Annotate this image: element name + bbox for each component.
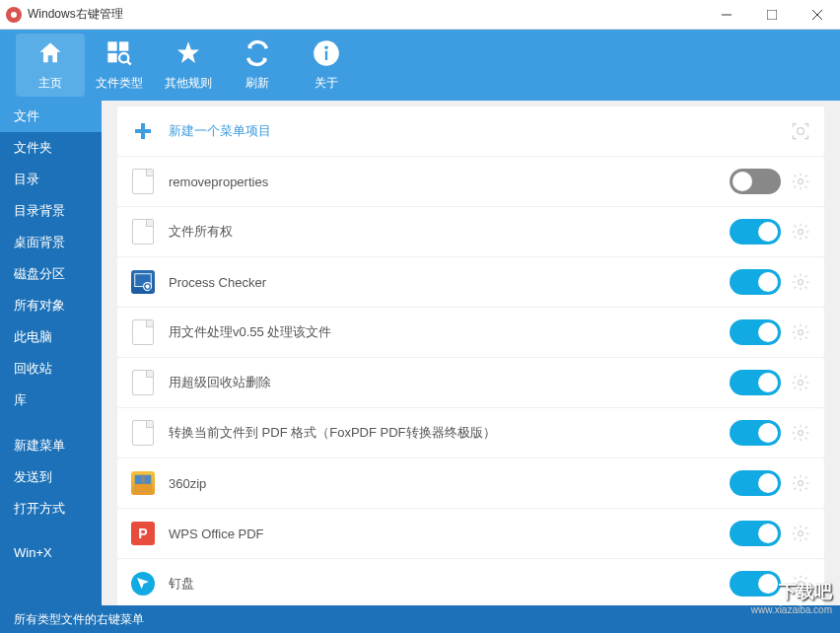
list-item[interactable]: PWPS Office PDF bbox=[117, 509, 824, 558]
gear-icon[interactable] bbox=[791, 172, 810, 191]
svg-line-21 bbox=[150, 289, 153, 292]
list-item[interactable]: removeproperties bbox=[117, 157, 824, 206]
svg-rect-7 bbox=[107, 53, 116, 62]
item-label: 文件所有权 bbox=[169, 223, 730, 241]
item-icon bbox=[131, 570, 155, 598]
item-label: 用超级回收站删除 bbox=[169, 374, 730, 391]
svg-point-22 bbox=[799, 280, 804, 285]
app-icon bbox=[6, 7, 22, 23]
gear-icon[interactable] bbox=[791, 272, 810, 292]
star-icon bbox=[174, 39, 203, 71]
list-item[interactable]: Process Checker bbox=[117, 257, 824, 307]
list-item[interactable]: 用文件处理v0.55 处理该文件 bbox=[117, 308, 824, 357]
sidebar-item[interactable]: 目录背景 bbox=[0, 195, 102, 227]
item-icon bbox=[131, 369, 155, 396]
toolbar-about[interactable]: 关于 bbox=[292, 30, 361, 101]
window-title: Windows右键管理 bbox=[28, 6, 704, 23]
toggle-switch[interactable] bbox=[730, 420, 781, 446]
item-icon bbox=[131, 218, 155, 246]
sidebar-item[interactable]: 所有对象 bbox=[0, 290, 102, 321]
toggle-switch[interactable] bbox=[730, 269, 781, 295]
item-icon bbox=[131, 168, 155, 195]
item-label: Process Checker bbox=[169, 275, 730, 290]
toggle-switch[interactable] bbox=[730, 319, 781, 345]
list-item[interactable]: 文件所有权 bbox=[117, 207, 824, 256]
close-button[interactable] bbox=[795, 0, 840, 30]
sidebar-item[interactable]: 回收站 bbox=[0, 353, 102, 385]
gear-icon[interactable] bbox=[791, 473, 810, 493]
svg-rect-6 bbox=[119, 41, 128, 50]
plus-icon bbox=[131, 117, 155, 145]
sidebar: 文件文件夹目录目录背景桌面背景磁盘分区所有对象此电脑回收站库新建菜单发送到打开方… bbox=[0, 101, 102, 605]
svg-rect-27 bbox=[135, 484, 152, 491]
toolbar-other-rules[interactable]: 其他规则 bbox=[154, 30, 223, 101]
info-icon bbox=[312, 39, 341, 71]
item-icon bbox=[131, 268, 155, 296]
sidebar-item[interactable]: 文件夹 bbox=[0, 132, 102, 164]
svg-point-25 bbox=[799, 431, 804, 436]
toggle-switch[interactable] bbox=[730, 219, 781, 245]
item-icon bbox=[131, 469, 155, 497]
grid-search-icon bbox=[105, 39, 134, 71]
list-item[interactable]: 用超级回收站删除 bbox=[117, 358, 824, 407]
window-controls bbox=[704, 0, 840, 30]
sidebar-item[interactable]: 文件 bbox=[0, 101, 102, 132]
sidebar-item[interactable]: 桌面背景 bbox=[0, 227, 102, 258]
sidebar-item[interactable]: Win+X bbox=[0, 538, 102, 567]
svg-point-29 bbox=[799, 481, 804, 486]
toolbar-home[interactable]: 主页 bbox=[16, 34, 85, 97]
svg-point-16 bbox=[799, 179, 804, 184]
svg-point-17 bbox=[799, 230, 804, 235]
sidebar-item[interactable]: 磁盘分区 bbox=[0, 258, 102, 290]
new-item-label: 新建一个菜单项目 bbox=[169, 122, 791, 140]
gear-icon[interactable] bbox=[791, 322, 810, 342]
toggle-switch[interactable] bbox=[730, 571, 781, 597]
item-icon: P bbox=[131, 520, 155, 547]
item-label: 转换当前文件到 PDF 格式（FoxPDF PDF转换器终极版） bbox=[169, 424, 730, 442]
refresh-icon bbox=[243, 39, 272, 71]
toggle-switch[interactable] bbox=[730, 521, 781, 546]
item-label: 钉盘 bbox=[169, 575, 730, 593]
sidebar-item[interactable]: 新建菜单 bbox=[0, 430, 102, 461]
list-item[interactable]: 转换当前文件到 PDF 格式（FoxPDF PDF转换器终极版） bbox=[117, 408, 824, 457]
list-item[interactable]: 360zip bbox=[117, 458, 824, 508]
statusbar-text: 所有类型文件的右键菜单 bbox=[14, 611, 144, 628]
item-icon bbox=[131, 318, 155, 346]
sidebar-item[interactable]: 打开方式 bbox=[0, 493, 102, 525]
maximize-button[interactable] bbox=[749, 0, 795, 30]
item-label: 360zip bbox=[169, 476, 730, 491]
gear-icon[interactable] bbox=[791, 222, 810, 242]
new-item-row[interactable]: 新建一个菜单项目 bbox=[117, 106, 824, 156]
toolbar-refresh[interactable]: 刷新 bbox=[223, 30, 292, 101]
minimize-button[interactable] bbox=[704, 0, 749, 30]
gear-icon[interactable] bbox=[791, 373, 810, 392]
item-icon bbox=[131, 419, 155, 447]
toggle-switch[interactable] bbox=[730, 370, 781, 395]
content: 新建一个菜单项目 removeproperties文件所有权Process Ch… bbox=[102, 101, 840, 605]
sidebar-item[interactable]: 库 bbox=[0, 385, 102, 416]
gear-icon[interactable] bbox=[791, 524, 810, 543]
home-icon bbox=[35, 39, 65, 71]
svg-point-8 bbox=[119, 53, 128, 62]
svg-point-31 bbox=[799, 582, 804, 587]
svg-rect-2 bbox=[767, 10, 777, 20]
toggle-switch[interactable] bbox=[730, 169, 781, 194]
gear-icon[interactable] bbox=[791, 423, 810, 443]
svg-line-9 bbox=[127, 61, 131, 65]
statusbar: 所有类型文件的右键菜单 bbox=[0, 605, 840, 633]
svg-point-30 bbox=[799, 531, 804, 536]
toggle-switch[interactable] bbox=[730, 470, 781, 496]
titlebar: Windows右键管理 bbox=[0, 0, 840, 30]
item-label: WPS Office PDF bbox=[169, 527, 730, 541]
sidebar-item[interactable]: 此电脑 bbox=[0, 321, 102, 353]
target-icon[interactable] bbox=[791, 121, 810, 141]
toolbar-filetype[interactable]: 文件类型 bbox=[85, 30, 154, 101]
svg-point-15 bbox=[798, 128, 805, 135]
svg-rect-5 bbox=[107, 41, 116, 50]
gear-icon[interactable] bbox=[791, 574, 810, 594]
sidebar-item[interactable]: 发送到 bbox=[0, 461, 102, 493]
svg-rect-11 bbox=[325, 50, 327, 59]
list-item[interactable]: 钉盘 bbox=[117, 559, 824, 605]
sidebar-item[interactable]: 目录 bbox=[0, 164, 102, 195]
toolbar: 主页 文件类型 其他规则 刷新 关于 bbox=[0, 30, 840, 101]
